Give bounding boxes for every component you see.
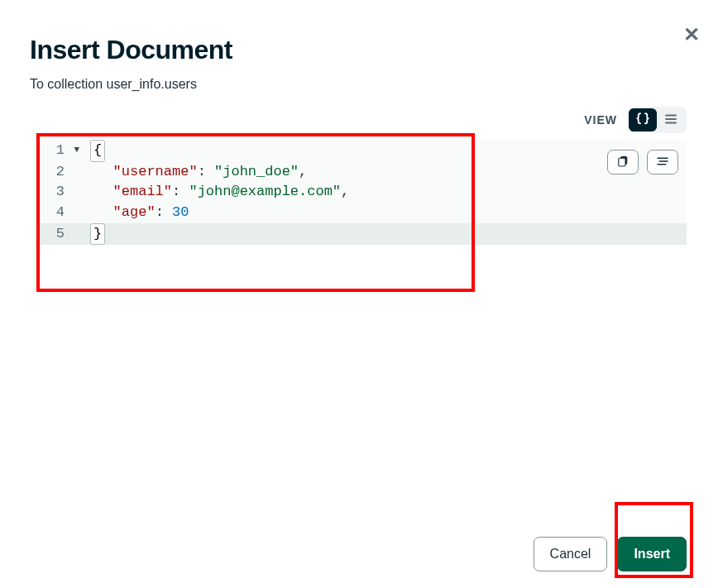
dialog-title: Insert Document — [30, 35, 693, 65]
code-content: "email": "john@example.com", — [88, 182, 687, 203]
view-toggle-group — [627, 107, 687, 133]
close-icon[interactable]: ✕ — [683, 23, 700, 46]
svg-rect-4 — [619, 158, 625, 166]
fold-arrow-icon[interactable]: ▼ — [69, 144, 79, 157]
line-gutter: 5 — [36, 224, 88, 245]
code-line: 2 "username": "john_doe", — [36, 162, 687, 183]
list-icon — [663, 112, 678, 129]
brace-close: } — [90, 223, 105, 246]
code-editor[interactable]: 1▼{2 "username": "john_doe",3 "email": "… — [36, 140, 687, 461]
view-label: VIEW — [584, 113, 617, 127]
line-gutter: 3 — [36, 182, 88, 203]
code-line: 5} — [36, 223, 687, 246]
format-button[interactable] — [647, 150, 678, 174]
view-list-button[interactable] — [657, 108, 685, 131]
editor-container: 1▼{2 "username": "john_doe",3 "email": "… — [36, 140, 687, 461]
line-gutter: 4 — [36, 203, 88, 223]
line-gutter: 2 — [36, 162, 88, 183]
code-content: "username": "john_doe", — [88, 162, 687, 183]
format-icon — [655, 154, 670, 171]
cancel-button[interactable]: Cancel — [534, 537, 608, 571]
brace-open: { — [90, 140, 105, 162]
dialog-header: Insert Document To collection user_info.… — [0, 0, 723, 100]
line-gutter: 1▼ — [36, 141, 88, 161]
code-content: } — [88, 223, 687, 246]
editor-tools — [607, 150, 678, 174]
dialog-subtitle: To collection user_info.users — [30, 77, 693, 92]
dialog-footer: Cancel Insert — [534, 537, 687, 571]
code-content: "age": 30 — [88, 203, 687, 223]
clipboard-icon — [615, 154, 630, 171]
view-json-button[interactable] — [629, 108, 657, 131]
copy-button[interactable] — [607, 150, 639, 174]
code-line: 4 "age": 30 — [36, 203, 687, 223]
code-line: 3 "email": "john@example.com", — [36, 182, 687, 203]
code-content: { — [88, 140, 687, 162]
insert-button[interactable]: Insert — [617, 537, 687, 571]
code-line: 1▼{ — [36, 140, 687, 162]
braces-icon — [635, 112, 650, 129]
view-toggle-row: VIEW — [0, 100, 723, 133]
